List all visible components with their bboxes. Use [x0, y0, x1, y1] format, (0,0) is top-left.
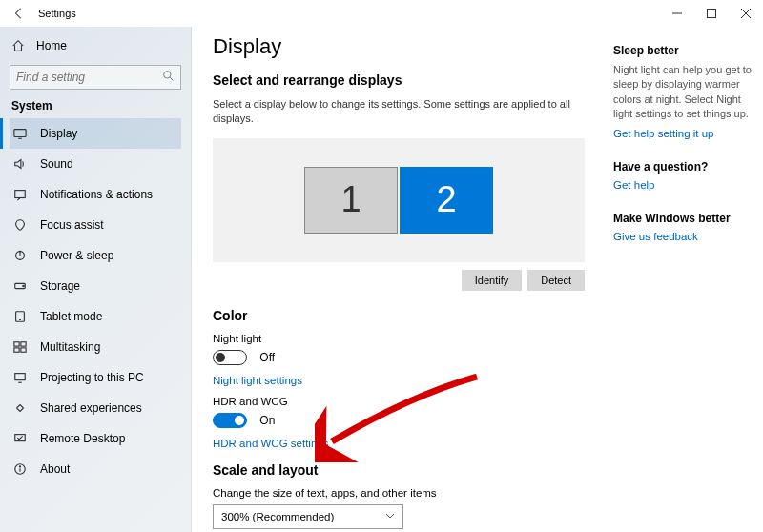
home-icon	[10, 39, 27, 52]
nav-label: Shared experiences	[40, 401, 142, 415]
night-light-toggle[interactable]	[213, 350, 247, 365]
nav-label: Sound	[40, 157, 73, 171]
nav-remote-desktop[interactable]: Remote Desktop	[10, 423, 181, 454]
color-heading: Color	[213, 308, 585, 323]
nav-label: Storage	[40, 279, 80, 293]
nav-tablet-mode[interactable]: Tablet mode	[10, 301, 181, 332]
night-light-settings-link[interactable]: Night light settings	[213, 375, 585, 386]
search-box[interactable]	[10, 65, 181, 90]
nav-label: Display	[40, 127, 77, 140]
hdr-state: On	[259, 414, 275, 427]
nav-label: Focus assist	[40, 218, 104, 232]
display-icon	[11, 127, 29, 140]
feedback-heading: Make Windows better	[613, 212, 753, 225]
notifications-icon	[11, 188, 29, 201]
sleep-desc: Night light can help you get to sleep by…	[613, 63, 753, 122]
titlebar: Settings	[0, 0, 763, 27]
night-light-state: Off	[259, 351, 275, 364]
section-label: System	[11, 99, 181, 113]
svg-rect-8	[15, 191, 26, 198]
monitor-1[interactable]: 1	[304, 167, 398, 234]
storage-icon	[11, 279, 29, 293]
nav-label: About	[40, 462, 70, 476]
nav-storage[interactable]: Storage	[10, 271, 181, 301]
search-icon	[162, 70, 175, 85]
nav-label: Tablet mode	[40, 310, 102, 323]
select-heading: Select and rearrange displays	[213, 72, 585, 88]
power-icon	[11, 249, 29, 262]
minimize-button[interactable]	[660, 2, 694, 25]
svg-rect-19	[15, 374, 26, 380]
size-label: Change the size of text, apps, and other…	[213, 487, 585, 499]
shared-icon	[11, 401, 29, 415]
back-button[interactable]	[10, 4, 29, 23]
svg-rect-1	[708, 10, 716, 18]
sleep-link[interactable]: Get help setting it up	[613, 128, 753, 139]
nav-focus-assist[interactable]: Focus assist	[10, 210, 181, 240]
nav-notifications[interactable]: Notifications & actions	[10, 179, 181, 210]
svg-rect-17	[14, 348, 19, 352]
nav-label: Projecting to this PC	[40, 371, 144, 384]
display-arrangement[interactable]: 1 2	[213, 138, 585, 262]
sleep-heading: Sleep better	[613, 44, 753, 57]
nav-label: Power & sleep	[40, 249, 113, 262]
aside: Sleep better Night light can help you ge…	[585, 34, 763, 532]
main-content: Display Select and rearrange displays Se…	[213, 34, 585, 532]
sound-icon	[11, 157, 29, 171]
svg-rect-20	[15, 435, 26, 441]
help-link[interactable]: Get help	[613, 179, 753, 191]
identify-button[interactable]: Identify	[462, 270, 522, 291]
maximize-button[interactable]	[694, 2, 729, 25]
svg-rect-18	[21, 348, 26, 352]
select-desc: Select a display below to change its set…	[213, 97, 585, 127]
nav-projecting[interactable]: Projecting to this PC	[10, 362, 181, 393]
nav-power-sleep[interactable]: Power & sleep	[10, 240, 181, 271]
nav-display[interactable]: Display	[10, 118, 181, 149]
hdr-label: HDR and WCG	[213, 396, 585, 407]
nav-label: Remote Desktop	[40, 432, 125, 445]
svg-rect-6	[14, 130, 26, 137]
about-icon	[11, 462, 29, 476]
chevron-down-icon	[385, 511, 395, 522]
nav-shared-experiences[interactable]: Shared experiences	[10, 393, 181, 423]
sidebar: Home System Display Sound Notifications …	[0, 27, 192, 532]
nav-label: Multitasking	[40, 340, 100, 354]
svg-point-4	[164, 72, 171, 78]
svg-point-23	[19, 466, 20, 467]
svg-rect-16	[21, 342, 26, 346]
scale-value: 300% (Recommended)	[221, 511, 334, 522]
question-heading: Have a question?	[613, 160, 753, 174]
svg-point-12	[23, 285, 24, 286]
hdr-settings-link[interactable]: HDR and WCG settings	[213, 438, 585, 449]
close-button[interactable]	[729, 2, 763, 25]
scale-dropdown[interactable]: 300% (Recommended)	[213, 504, 403, 529]
nav-sound[interactable]: Sound	[10, 149, 181, 179]
detect-button[interactable]: Detect	[527, 270, 585, 291]
nav-about[interactable]: About	[10, 454, 181, 484]
home-label: Home	[36, 39, 67, 52]
nav-label: Notifications & actions	[40, 188, 153, 201]
multitasking-icon	[11, 340, 29, 354]
svg-line-5	[170, 77, 173, 80]
home-nav[interactable]: Home	[10, 32, 181, 59]
tablet-icon	[11, 310, 29, 323]
feedback-link[interactable]: Give us feedback	[613, 231, 753, 242]
remote-icon	[11, 432, 29, 445]
projecting-icon	[11, 371, 29, 384]
nav-multitasking[interactable]: Multitasking	[10, 332, 181, 362]
window-title: Settings	[34, 8, 660, 19]
focus-icon	[11, 218, 29, 232]
page-title: Display	[213, 34, 585, 59]
svg-rect-15	[14, 342, 19, 346]
hdr-toggle[interactable]	[213, 413, 247, 428]
search-input[interactable]	[16, 71, 162, 84]
monitor-2[interactable]: 2	[400, 167, 493, 234]
scale-heading: Scale and layout	[213, 462, 585, 478]
night-light-label: Night light	[213, 333, 585, 344]
